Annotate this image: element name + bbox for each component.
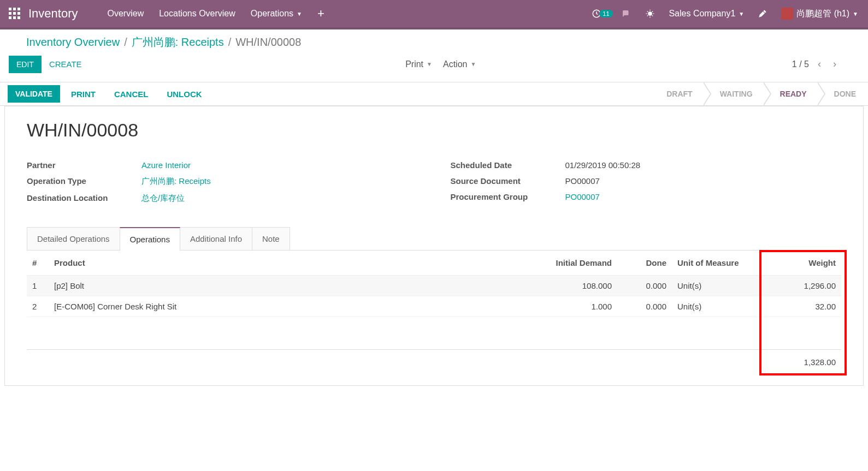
pager-prev[interactable]: ‹ [814, 58, 824, 70]
pager-text[interactable]: 1 / 5 [792, 59, 809, 69]
breadcrumb-sep: / [124, 36, 127, 49]
debug-icon[interactable] [639, 0, 661, 27]
destination-location-label: Destination Location [27, 193, 141, 204]
cell-done: 0.000 [617, 276, 672, 296]
th-index[interactable]: # [27, 251, 49, 276]
company-name: Sales Company1 [669, 9, 735, 19]
caret-down-icon: ▼ [853, 11, 858, 17]
status-step-waiting[interactable]: WAITING [705, 82, 765, 105]
partner-value[interactable]: Azure Interior [141, 160, 418, 170]
caret-down-icon: ▼ [427, 61, 432, 67]
cancel-button[interactable]: CANCEL [107, 85, 156, 103]
th-done[interactable]: Done [617, 251, 672, 276]
cell-weight: 1,296.00 [770, 276, 841, 296]
th-product[interactable]: Product [49, 251, 535, 276]
nav-overview[interactable]: Overview [100, 0, 152, 27]
cell-index: 1 [27, 276, 49, 296]
procurement-group-label: Procurement Group [451, 192, 565, 201]
main-navbar: Inventory Overview Locations Overview Op… [0, 0, 868, 27]
control-panel: Inventory Overview / 广州尚鹏: Receipts / WH… [0, 29, 868, 75]
avatar [781, 8, 793, 20]
nav-operations-label: Operations [251, 9, 293, 19]
nav-locations-overview[interactable]: Locations Overview [151, 0, 243, 27]
cell-index: 2 [27, 296, 49, 317]
pager-next[interactable]: › [830, 58, 840, 70]
cell-weight: 32.00 [770, 296, 841, 317]
status-step-done[interactable]: DONE [819, 82, 868, 105]
company-switcher[interactable]: Sales Company1 ▼ [663, 0, 749, 27]
svg-point-1 [648, 11, 653, 16]
th-weight[interactable]: Weight [770, 251, 841, 276]
cell-done: 0.000 [617, 296, 672, 317]
status-step-draft[interactable]: DRAFT [651, 82, 704, 105]
validate-button[interactable]: VALIDATE [8, 85, 60, 103]
plus-icon: + [317, 7, 324, 21]
nav-add[interactable]: + [310, 0, 332, 27]
statusbar: VALIDATE PRINT CANCEL UNLOCK DRAFT WAITI… [0, 82, 868, 106]
user-name: 尚鹏超管 (h1) [796, 8, 849, 20]
table-row[interactable]: 2 [E-COM06] Corner Desk Right Sit 1.000 … [27, 296, 841, 317]
status-step-ready[interactable]: READY [765, 82, 819, 105]
user-menu[interactable]: 尚鹏超管 (h1) ▼ [776, 0, 864, 27]
tab-detailed-operations[interactable]: Detailed Operations [27, 227, 120, 251]
cell-demand: 1.000 [535, 296, 617, 317]
messages-icon[interactable] [615, 0, 637, 27]
caret-down-icon: ▼ [470, 61, 476, 67]
app-brand[interactable]: Inventory [28, 7, 78, 21]
breadcrumb-current: WH/IN/00008 [235, 36, 301, 49]
record-title: WH/IN/00008 [27, 120, 841, 141]
activity-icon[interactable]: 11 [591, 0, 613, 27]
cell-demand: 108.000 [535, 276, 617, 296]
total-weight: 1,328.00 [770, 350, 841, 373]
print-button[interactable]: PRINT [63, 85, 103, 103]
tab-note[interactable]: Note [252, 227, 290, 251]
activity-badge: 11 [599, 10, 612, 17]
scheduled-date-value: 01/29/2019 00:50:28 [565, 160, 842, 170]
operation-type-label: Operation Type [27, 176, 141, 187]
tab-operations[interactable]: Operations [120, 227, 180, 251]
apps-launcher-icon[interactable] [9, 8, 21, 20]
cell-uom: Unit(s) [672, 276, 770, 296]
nav-locations-label: Locations Overview [159, 9, 235, 19]
action-label: Action [443, 59, 467, 69]
caret-down-icon: ▼ [739, 11, 744, 17]
tabs: Detailed Operations Operations Additiona… [27, 226, 841, 250]
breadcrumb-sep: / [228, 36, 232, 49]
table-row[interactable]: 1 [p2] Bolt 108.000 0.000 Unit(s) 1,296.… [27, 276, 841, 296]
source-document-value: PO00007 [565, 176, 842, 186]
cell-product: [E-COM06] Corner Desk Right Sit [49, 296, 535, 317]
caret-down-icon: ▼ [297, 11, 302, 17]
breadcrumb-inventory-overview[interactable]: Inventory Overview [26, 36, 120, 49]
breadcrumb: Inventory Overview / 广州尚鹏: Receipts / WH… [9, 35, 859, 50]
nav-overview-label: Overview [108, 9, 144, 19]
operations-table: # Product Initial Demand Done Unit of Me… [27, 251, 841, 372]
cell-uom: Unit(s) [672, 296, 770, 317]
form-sheet: WH/IN/00008 Partner Azure Interior Opera… [4, 106, 864, 386]
source-document-label: Source Document [451, 176, 565, 186]
operation-type-value[interactable]: 广州尚鹏: Receipts [141, 176, 418, 187]
unlock-button[interactable]: UNLOCK [159, 85, 209, 103]
action-dropdown[interactable]: Action▼ [443, 59, 476, 69]
tab-additional-info[interactable]: Additional Info [180, 227, 252, 251]
create-button[interactable]: CREATE [42, 55, 90, 73]
nav-operations[interactable]: Operations▼ [243, 0, 310, 27]
procurement-group-value[interactable]: PO00007 [565, 192, 842, 201]
partner-label: Partner [27, 160, 141, 170]
scheduled-date-label: Scheduled Date [451, 160, 565, 170]
print-label: Print [405, 59, 423, 69]
breadcrumb-receipts[interactable]: 广州尚鹏: Receipts [132, 35, 224, 50]
print-dropdown[interactable]: Print▼ [405, 59, 432, 69]
table-footer: 1,328.00 [27, 350, 841, 373]
tools-icon[interactable] [752, 0, 773, 27]
th-uom[interactable]: Unit of Measure [672, 251, 770, 276]
destination-location-value[interactable]: 总仓/库存位 [141, 193, 418, 204]
edit-button[interactable]: EDIT [9, 56, 42, 73]
cell-product: [p2] Bolt [49, 276, 535, 296]
th-initial-demand[interactable]: Initial Demand [535, 251, 617, 276]
